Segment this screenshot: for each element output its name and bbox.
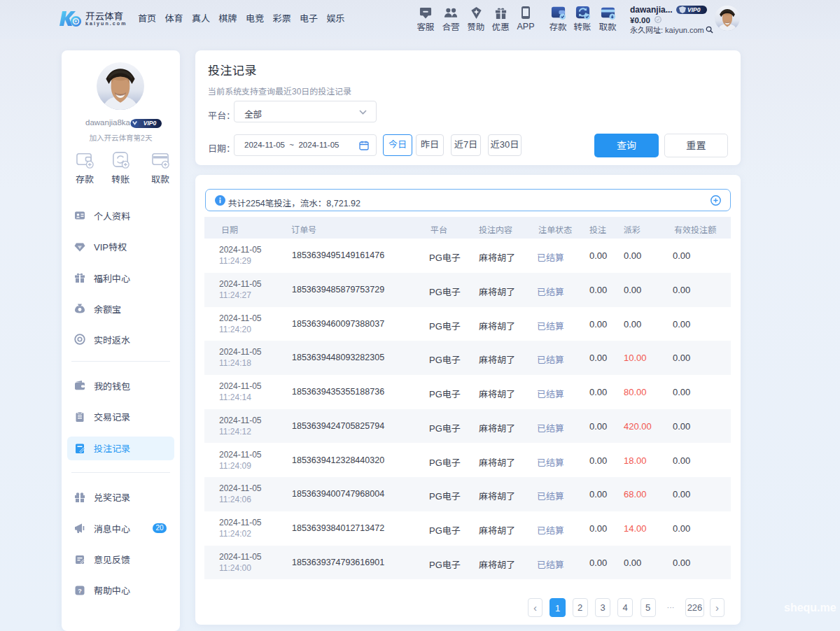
svg-text:?: ? <box>78 587 82 594</box>
